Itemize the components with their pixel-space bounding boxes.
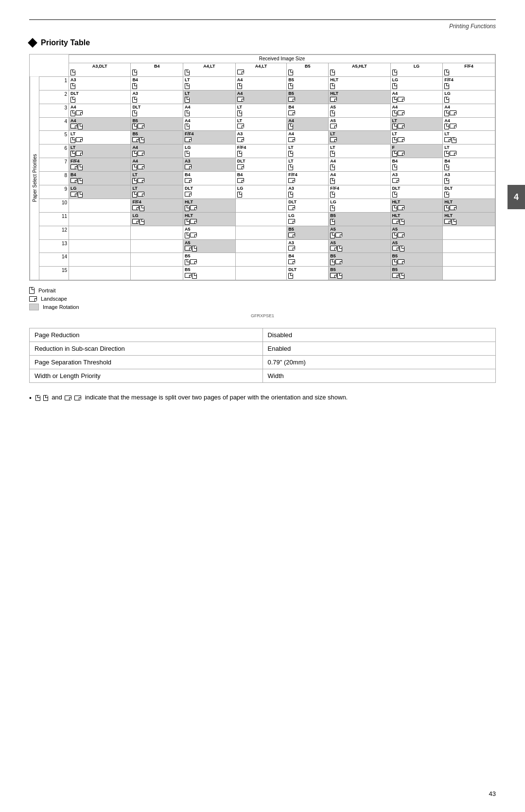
page-number: 43 — [489, 790, 496, 797]
chapter-number: 4 — [514, 192, 519, 202]
cell-13-2: A5 — [183, 239, 236, 253]
cell-5-7: LT — [443, 131, 495, 144]
cell-4-7: A4 — [443, 117, 495, 131]
cell-1-5: HLT — [329, 76, 390, 90]
cell-8-3: B4 — [235, 172, 287, 185]
cell-2-2: LT — [183, 90, 236, 104]
cell-9-2: DLT — [183, 185, 236, 199]
cell-5-4: A4 — [287, 131, 329, 144]
cell-7-4: LT — [287, 158, 329, 172]
cell-12-4: B5 — [287, 226, 329, 239]
cell-13-1 — [131, 239, 183, 253]
cell-2-4: B5 — [287, 90, 329, 104]
priority-num-13: 13 — [39, 239, 69, 253]
cell-12-7 — [443, 226, 495, 239]
settings-row-2: Reduction in Sub-scan Direction Enabled — [30, 342, 496, 356]
settings-label-4: Width or Length Priority — [30, 369, 263, 383]
cell-10-5: LG — [329, 198, 390, 212]
legend-rotation-label: Image Rotation — [43, 304, 79, 310]
priority-num-12: 12 — [39, 226, 69, 239]
cell-3-0: A4 — [69, 104, 131, 117]
cell-14-7 — [443, 253, 495, 267]
cell-2-1: A3 — [131, 90, 183, 104]
cell-15-4: DLT — [287, 267, 329, 280]
cell-1-7: F/F4 — [443, 76, 495, 90]
cell-13-0 — [69, 239, 131, 253]
cell-7-5: A4 — [329, 158, 390, 172]
cell-3-1: DLT — [131, 104, 183, 117]
cell-11-5: B5 — [329, 212, 390, 226]
table-row: 7 F/F4 A4 A3 DLT LT A4 B4 B4 — [30, 158, 495, 172]
cell-15-6: B5 — [390, 267, 443, 280]
cell-1-1: B4 — [131, 76, 183, 90]
cell-8-1: LT — [131, 172, 183, 185]
cell-13-5: A5 — [329, 239, 390, 253]
priority-num-14: 14 — [39, 253, 69, 267]
cell-8-5: A4 — [329, 172, 390, 185]
table-row: 8 B4 LT B4 B4 F/F4 A4 A3 A3 — [30, 172, 495, 185]
settings-value-2: Enabled — [262, 342, 496, 356]
cell-5-2: F/F4 — [183, 131, 236, 144]
cell-13-3 — [235, 239, 287, 253]
cell-10-2: HLT — [183, 198, 236, 212]
cell-12-0 — [69, 226, 131, 239]
cell-5-0: LT — [69, 131, 131, 144]
cell-7-1: A4 — [131, 158, 183, 172]
table-row: 2 DLT A3 LT A4 B5 HLT A4 LG — [30, 90, 495, 104]
col-header-5: A5,HLT — [329, 63, 390, 77]
table-row: 5 LT B5 F/F4 A3 A4 LT LT LT — [30, 131, 495, 144]
cell-14-3 — [235, 253, 287, 267]
cell-5-3: A3 — [235, 131, 287, 144]
cell-4-3: LT — [235, 117, 287, 131]
cell-10-3 — [235, 198, 287, 212]
table-row: Paper Select Priorities 1 A3 B4 LT A4 B5… — [30, 76, 495, 90]
legend-landscape-item: Landscape — [29, 296, 496, 302]
table-row: 6 LT A4 LG F/F4 LT LT F LT — [30, 144, 495, 158]
section-title: Priority Table — [29, 38, 496, 47]
settings-row-1: Page Reduction Disabled — [30, 328, 496, 342]
cell-14-4: B4 — [287, 253, 329, 267]
settings-row-4: Width or Length Priority Width — [30, 369, 496, 383]
cell-8-4: F/F4 — [287, 172, 329, 185]
cell-9-3: LG — [235, 185, 287, 199]
table-row: 11 LG HLT LG B5 HLT HLT — [30, 212, 495, 226]
cell-1-3: A4 — [235, 76, 287, 90]
cell-1-6: LG — [390, 76, 443, 90]
cell-6-0: LT — [69, 144, 131, 158]
priority-num-2: 2 — [39, 90, 69, 104]
cell-11-3 — [235, 212, 287, 226]
priority-num-9: 9 — [39, 185, 69, 199]
cell-6-2: LG — [183, 144, 236, 158]
cell-2-3: A4 — [235, 90, 287, 104]
cell-9-6: DLT — [390, 185, 443, 199]
cell-13-6: A5 — [390, 239, 443, 253]
table-row: 12 A5 B5 A5 A5 — [30, 226, 495, 239]
cell-11-2: HLT — [183, 212, 236, 226]
cell-15-1 — [131, 267, 183, 280]
cell-10-0 — [69, 198, 131, 212]
cell-11-6: HLT — [390, 212, 443, 226]
cell-4-0: A4 — [69, 117, 131, 131]
cell-15-5: B5 — [329, 267, 390, 280]
legend-portrait-item: Portrait — [29, 287, 496, 294]
priority-num-7: 7 — [39, 158, 69, 172]
cell-9-1: LT — [131, 185, 183, 199]
settings-table: Page Reduction Disabled Reduction in Sub… — [29, 328, 496, 383]
table-row: 14 B5 B4 B5 B5 — [30, 253, 495, 267]
priority-num-15: 15 — [39, 267, 69, 280]
cell-5-6: LT — [390, 131, 443, 144]
cell-7-0: F/F4 — [69, 158, 131, 172]
cell-6-7: LT — [443, 144, 495, 158]
cell-1-4: B5 — [287, 76, 329, 90]
col-header-7: F/F4 — [443, 63, 495, 77]
top-rule — [29, 19, 496, 20]
cell-4-6: LT — [390, 117, 443, 131]
cell-2-7: LG — [443, 90, 495, 104]
chapter-tab: 4 — [508, 185, 525, 209]
priority-num-6: 6 — [39, 144, 69, 158]
cell-11-4: LG — [287, 212, 329, 226]
cell-1-0: A3 — [69, 76, 131, 90]
cell-2-6: A4 — [390, 90, 443, 104]
table-row: 9 LG LT DLT LG A3 F/F4 DLT DLT — [30, 185, 495, 199]
legend-landscape-label: Landscape — [41, 296, 67, 302]
